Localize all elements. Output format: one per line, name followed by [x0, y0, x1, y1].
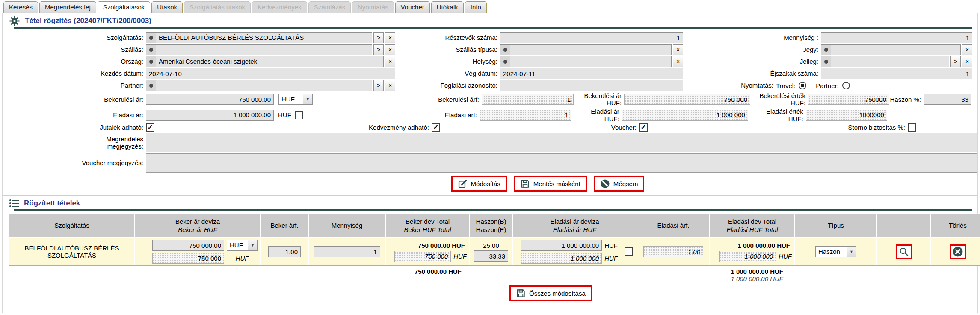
mennyiseg-input[interactable] — [821, 32, 972, 43]
bekerulesi-arf-input[interactable] — [482, 94, 574, 105]
kedvezmeny-adhato-label: Kedvezmény adható: — [154, 124, 432, 131]
kezdes-datum-input[interactable] — [146, 68, 395, 79]
kedvezmeny-adhato-checkbox[interactable]: ✓ — [432, 123, 440, 132]
szolgaltatas-field[interactable]: BELFÖLDI AUTÓBUSZ BÉRLÉS SZOLGÁLTATÁS > … — [146, 32, 395, 43]
lookup-bullet-icon — [146, 33, 156, 43]
row-beker-ar-huf-input[interactable] — [152, 253, 224, 264]
row-mennyiseg-input[interactable] — [314, 246, 380, 257]
tab-voucher[interactable]: Voucher — [395, 1, 430, 13]
helyseg-field[interactable]: × — [500, 56, 683, 67]
row-beker-arf-cell — [261, 238, 308, 265]
row-eladasi-deviza-checkbox[interactable] — [625, 247, 633, 256]
header-beker-dev-total: Beker dev TotalBeker HUF Total — [386, 214, 469, 237]
eladasi-ar-input[interactable] — [146, 110, 274, 121]
tab-kereses[interactable]: Keresés — [3, 1, 38, 13]
row-delete-button[interactable] — [950, 244, 966, 259]
szallas-clear-button[interactable]: × — [385, 44, 395, 55]
ejszakak-input[interactable] — [821, 68, 972, 79]
row-detail-button[interactable] — [896, 244, 912, 259]
orszag-field[interactable]: Amerikai Csendes-óceáni szigetek × — [146, 56, 395, 67]
tab-megrendeles-fej[interactable]: Megrendelés fej — [39, 1, 96, 13]
bekerulesi-ertek-huf-input[interactable] — [808, 94, 889, 105]
jegy-clear-button[interactable]: × — [962, 44, 972, 55]
tab-utokalk[interactable]: Utókalk — [431, 1, 464, 13]
bekerulesi-ertek-huf-label: Bekerülési értékHUF: — [750, 92, 808, 107]
storno-checkbox[interactable] — [908, 123, 916, 132]
row-eladasi-huf-total-input[interactable] — [719, 251, 776, 262]
tab-info[interactable]: Info — [465, 1, 487, 13]
jelleg-open-button[interactable]: > — [950, 56, 961, 67]
modify-button[interactable]: Módosítás — [451, 176, 507, 192]
partner-clear-button[interactable]: × — [385, 80, 395, 91]
eladasi-ertek-huf-input[interactable] — [806, 110, 887, 121]
cancel-button[interactable]: Mégsem — [594, 176, 645, 192]
eladasi-total-cell: 1 000 000.00 HUF 1 000 000.00 HUF — [703, 266, 787, 288]
bekerulesi-ar-input[interactable] — [146, 94, 274, 105]
row-beker-arf-input[interactable] — [268, 246, 301, 257]
bekerulesi-arf-label: Bekerülési árf: — [313, 96, 482, 103]
row-eladasi-huf-label: HUF — [604, 255, 618, 262]
row-haszon-cell: 25.00 — [470, 238, 512, 265]
orszag-clear-button[interactable]: × — [385, 56, 395, 67]
partner-field[interactable]: > × — [146, 80, 395, 91]
row-beker-ar-input[interactable] — [152, 240, 224, 251]
form-row-1: Szolgáltatás: BELFÖLDI AUTÓBUSZ BÉRLÉS S… — [3, 32, 977, 44]
tab-bar: Keresés Megrendelés fej Szolgáltatások U… — [0, 0, 980, 13]
resztvevok-input[interactable] — [500, 32, 683, 43]
header-haszon: Haszon(B)Haszon(E) — [470, 214, 512, 237]
veg-datum-input[interactable] — [500, 68, 683, 79]
row-eladasi-ar-huf-input[interactable] — [521, 253, 602, 264]
header-tipus: Típus — [795, 214, 876, 237]
section-divider — [14, 209, 972, 211]
lookup-bullet-icon — [821, 56, 831, 67]
row-eladasi-arf-input[interactable] — [643, 246, 703, 257]
row-eladasi-dev-total-cell: 1 000 000.00 HUF HUF — [710, 238, 794, 265]
kezdes-datum-label: Kezdés dátum: — [7, 70, 146, 77]
row-eladasi-ar-input[interactable] — [521, 240, 602, 251]
row-tipus-select[interactable]: Haszon ▼ — [815, 246, 856, 257]
haszon-pct-input[interactable] — [924, 94, 971, 105]
jelleg-field[interactable]: > × — [821, 56, 972, 67]
szallas-tipusa-clear-button[interactable]: × — [673, 44, 683, 55]
megrendeles-megjegyzes-input[interactable] — [146, 133, 977, 152]
form-row-8: Jutalék adható: ✓ Kedvezmény adható: ✓ V… — [3, 123, 977, 132]
jutalek-adhato-checkbox[interactable]: ✓ — [146, 123, 154, 132]
szallas-tipusa-field[interactable]: × — [500, 44, 683, 55]
szolgaltatas-clear-button[interactable]: × — [385, 32, 395, 43]
row-haszon-b: 25.00 — [483, 242, 499, 249]
orszag-label: Ország: — [7, 58, 146, 65]
nyomtatas-travel-radio[interactable] — [799, 82, 806, 89]
szallas-field[interactable]: > × — [146, 44, 395, 55]
form-row-9: Megrendelésmegjegyzés: — [3, 132, 977, 153]
header-beker-arf: Beker árf. — [261, 214, 308, 237]
form-row-4: Kezdés dátum: Vég dátum: Éjszakák száma: — [3, 68, 977, 80]
partner-open-button[interactable]: > — [373, 80, 384, 91]
row-beker-total-huf-label: HUF — [453, 253, 467, 260]
voucher-label: Voucher: — [440, 124, 639, 131]
voucher-checkbox[interactable]: ✓ — [639, 123, 648, 132]
row-beker-currency-select[interactable]: HUF ▼ — [227, 240, 258, 251]
voucher-megjegyzes-input[interactable] — [146, 153, 977, 173]
bekerulesi-ar-huf-input[interactable] — [624, 94, 750, 105]
voucher-megjegyzes-label: Voucher megjegyzés: — [7, 159, 146, 166]
szolgaltatas-open-button[interactable]: > — [373, 32, 384, 43]
row-beker-huf-total-input[interactable] — [394, 251, 451, 262]
jegy-field[interactable]: × — [821, 44, 972, 55]
jelleg-value — [831, 56, 836, 67]
form-row-10: Voucher megjegyzés: — [3, 153, 977, 173]
eladasi-currency-checkbox[interactable] — [295, 111, 303, 119]
tab-szolgaltatasok[interactable]: Szolgáltatások — [98, 1, 151, 13]
eladasi-arf-input[interactable] — [480, 110, 571, 121]
nyomtatas-partner-radio[interactable] — [842, 82, 850, 89]
eladasi-ar-huf-input[interactable] — [622, 110, 748, 121]
tab-utasok[interactable]: Utasok — [151, 1, 183, 13]
section-title: Rögzített tételek — [24, 199, 80, 208]
helyseg-clear-button[interactable]: × — [673, 56, 683, 67]
szallas-open-button[interactable]: > — [373, 44, 384, 55]
bekerulesi-currency-select[interactable]: HUF ▼ — [278, 94, 313, 105]
jelleg-clear-button[interactable]: × — [962, 56, 972, 67]
jutalek-adhato-label: Jutalék adható: — [7, 124, 146, 131]
save-as-button[interactable]: Mentés másként — [514, 176, 587, 192]
foglalasi-input[interactable] — [500, 80, 683, 91]
row-haszon-e-input[interactable] — [474, 250, 508, 262]
